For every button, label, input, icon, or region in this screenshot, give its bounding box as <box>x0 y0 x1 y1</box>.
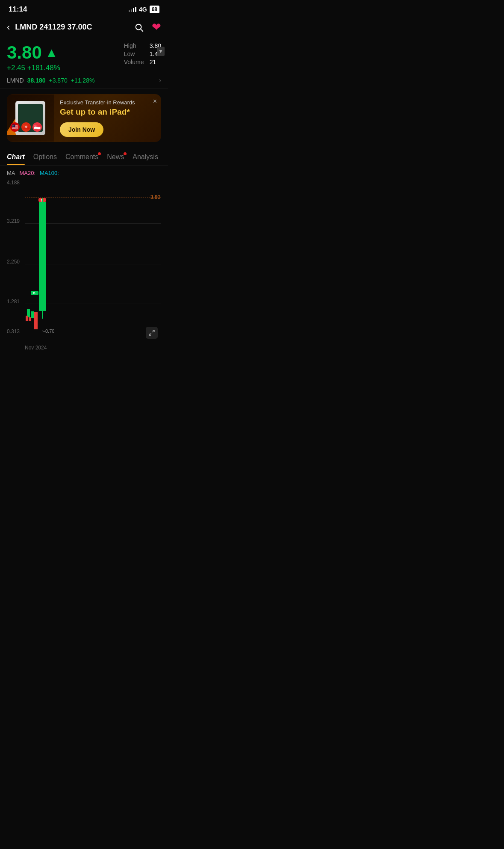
network-label: 4G <box>139 6 147 13</box>
banner-title-suffix: * <box>127 107 130 116</box>
banner-close-button[interactable]: × <box>153 98 157 105</box>
svg-rect-14 <box>34 312 38 329</box>
tab-news[interactable]: News <box>107 149 124 165</box>
stats-expand-button[interactable]: ▼ <box>157 47 165 56</box>
flag-hongkong: 🇭🇰 <box>21 122 31 132</box>
chart-area: MA MA20: MA100: 4.188 3.219 2.250 1.281 … <box>0 166 168 342</box>
tab-chart[interactable]: Chart <box>7 149 25 165</box>
related-pct: +11.28% <box>71 77 95 84</box>
ma100-label: MA100: <box>40 170 59 176</box>
battery-icon: 68 <box>150 6 159 13</box>
related-change: +3.870 <box>49 77 68 84</box>
banner-title: Get up to an iPad* <box>60 107 157 117</box>
current-price: 3.80 ▲ <box>7 42 60 63</box>
related-chevron-icon: › <box>159 77 161 84</box>
ma20-label: MA20: <box>20 170 36 176</box>
related-price: 38.180 <box>27 77 46 84</box>
stats-list: High 3.80 Low 1.41 Volume 21 <box>124 42 161 65</box>
volume-value: 21 <box>150 59 156 65</box>
tab-bar: Chart Options Comments News Analysis <box>0 147 168 166</box>
banner-flags: 🇲🇾 🇭🇰 🇸🇬 <box>10 122 42 132</box>
price-stats: High 3.80 Low 1.41 Volume 21 ▼ <box>124 42 161 65</box>
svg-line-1 <box>141 29 143 31</box>
signal-bars-icon <box>129 7 136 12</box>
tab-analysis[interactable]: Analysis <box>133 149 158 165</box>
banner-text: Exclusive Transfer-in Rewards Get up to … <box>54 94 161 142</box>
join-now-button[interactable]: Join Now <box>60 122 103 137</box>
svg-rect-11 <box>31 311 34 318</box>
comments-notification-dot <box>98 152 101 155</box>
related-stock-row[interactable]: LMND 38.180 +3.870 +11.28% › <box>0 74 168 89</box>
svg-rect-13 <box>29 317 31 321</box>
tab-chart-label: Chart <box>7 153 25 160</box>
flag-singapore: 🇸🇬 <box>32 122 42 132</box>
price-change: +2.45 +181.48% <box>7 64 60 72</box>
svg-line-17 <box>152 330 154 332</box>
back-button[interactable]: ‹ <box>7 22 10 33</box>
ma-label: MA <box>7 170 15 176</box>
y-label-4188: 4.188 <box>7 180 20 186</box>
volume-label: Volume <box>124 59 146 65</box>
status-time: 11:14 <box>9 5 27 14</box>
battery-level: 68 <box>150 6 159 13</box>
banner-title-highlight: an iPad <box>98 107 127 116</box>
svg-rect-4 <box>39 202 46 311</box>
banner-subtitle: Exclusive Transfer-in Rewards <box>60 99 157 106</box>
status-icons: 4G 68 <box>129 6 159 13</box>
svg-rect-12 <box>26 316 28 321</box>
price-change-value: +2.45 <box>7 64 25 72</box>
header-right: ❤ <box>133 21 161 34</box>
banner-title-text: Get up to <box>60 107 98 116</box>
promotion-banner: × 🇲🇾 🇭🇰 🇸🇬 Exclusive Transfer-in Rewards… <box>7 94 161 142</box>
svg-line-18 <box>149 333 151 335</box>
flag-malaysia: 🇲🇾 <box>10 122 20 132</box>
price-arrow-icon: ▲ <box>45 45 58 60</box>
tab-comments[interactable]: Comments <box>65 149 98 165</box>
candlestick-chart: S B 0.70 <box>25 180 162 338</box>
x-axis: Nov 2024 <box>0 342 168 351</box>
stat-low: Low 1.41 <box>124 50 161 57</box>
news-notification-dot <box>124 152 127 155</box>
favorite-button[interactable]: ❤ <box>152 21 161 34</box>
svg-text:B: B <box>33 291 35 295</box>
tab-comments-label: Comments <box>65 153 98 160</box>
stat-high: High 3.80 <box>124 42 161 49</box>
price-section: 3.80 ▲ +2.45 +181.48% High 3.80 Low 1.41… <box>0 39 168 74</box>
tab-options[interactable]: Options <box>33 149 57 165</box>
chart-canvas[interactable]: 4.188 3.219 2.250 1.281 0.313 3.80 S B <box>7 180 161 342</box>
high-label: High <box>124 42 146 49</box>
header-title: LMND 241129 37.00C <box>15 23 92 32</box>
header: ‹ LMND 241129 37.00C ❤ <box>0 17 168 39</box>
price-value: 3.80 <box>7 42 42 63</box>
y-label-3219: 3.219 <box>7 218 20 224</box>
y-label-2250: 2.250 <box>7 259 20 265</box>
header-left: ‹ LMND 241129 37.00C <box>7 22 92 33</box>
tab-news-label: News <box>107 153 124 160</box>
related-ticker: LMND <box>7 77 24 84</box>
banner-image: 🇲🇾 🇭🇰 🇸🇬 <box>7 95 54 142</box>
y-label-1281: 1.281 <box>7 299 20 305</box>
y-label-0313: 0.313 <box>7 328 20 334</box>
x-axis-label: Nov 2024 <box>25 345 47 351</box>
stat-volume: Volume 21 <box>124 59 161 65</box>
ma-labels: MA MA20: MA100: <box>7 170 161 176</box>
tab-analysis-label: Analysis <box>133 153 158 160</box>
search-button[interactable] <box>133 21 145 33</box>
price-left: 3.80 ▲ +2.45 +181.48% <box>7 42 60 72</box>
price-change-pct: +181.48% <box>27 64 60 72</box>
low-label: Low <box>124 50 146 57</box>
chart-expand-button[interactable] <box>146 327 158 339</box>
svg-text:0.70: 0.70 <box>45 328 54 334</box>
tab-options-label: Options <box>33 153 57 160</box>
status-bar: 11:14 4G 68 <box>0 0 168 17</box>
